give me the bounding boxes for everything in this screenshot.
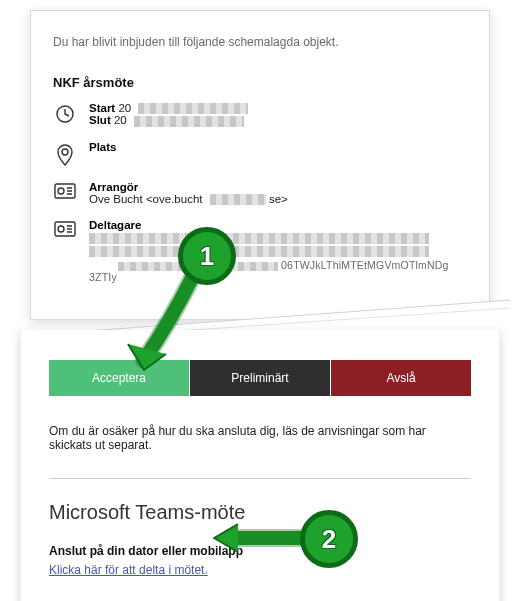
end-value: 20 <box>114 114 127 126</box>
participants-row: Deltagare xxxx 06TWJkLThiMTEtMGVmOTlmNDg… <box>53 219 467 283</box>
join-link[interactable]: Klicka här för att delta i mötet. <box>49 563 208 577</box>
meeting-title: NKF årsmöte <box>53 75 467 90</box>
location-label: Plats <box>89 141 117 153</box>
redacted-start <box>138 103 248 114</box>
decline-button[interactable]: Avslå <box>331 360 471 396</box>
response-buttons: Acceptera Preliminärt Avslå <box>49 360 471 396</box>
time-row: Start 20 Slut 20 <box>53 102 467 127</box>
annotation-arrow-1 <box>120 272 220 382</box>
location-row: Plats <box>53 141 467 167</box>
invitation-card-top: Du har blivit inbjuden till följande sch… <box>30 10 490 320</box>
redacted-organizer <box>210 194 266 205</box>
invitation-card-bottom: Acceptera Preliminärt Avslå Om du är osä… <box>20 330 500 601</box>
organizer-value: Ove Bucht <ove.bucht <box>89 193 202 205</box>
organizer-label: Arrangör <box>89 181 288 193</box>
organizer-row: Arrangör Ove Bucht <ove.bucht se> <box>53 181 467 205</box>
redacted-end <box>134 116 244 127</box>
organizer-tail: se> <box>269 193 288 205</box>
svg-point-3 <box>58 188 64 194</box>
redacted-participants-2 <box>89 246 429 257</box>
svg-point-1 <box>62 149 68 155</box>
redacted-participants-1 <box>89 233 429 244</box>
start-value: 20 <box>118 102 131 114</box>
location-icon <box>53 141 77 167</box>
svg-point-5 <box>58 226 64 232</box>
participants-icon <box>53 219 77 237</box>
intro-text: Du har blivit inbjuden till följande sch… <box>53 35 467 49</box>
annotation-arrow-2 <box>208 520 308 560</box>
clock-icon <box>53 102 77 124</box>
separator <box>49 478 471 479</box>
organizer-icon <box>53 181 77 199</box>
start-label: Start <box>89 102 115 114</box>
participants-label: Deltagare <box>89 219 449 231</box>
end-label: Slut <box>89 114 111 126</box>
annotation-callout-1: 1 <box>178 227 236 285</box>
unsure-text: Om du är osäker på hur du ska ansluta di… <box>49 424 471 452</box>
annotation-callout-2: 2 <box>300 510 358 568</box>
